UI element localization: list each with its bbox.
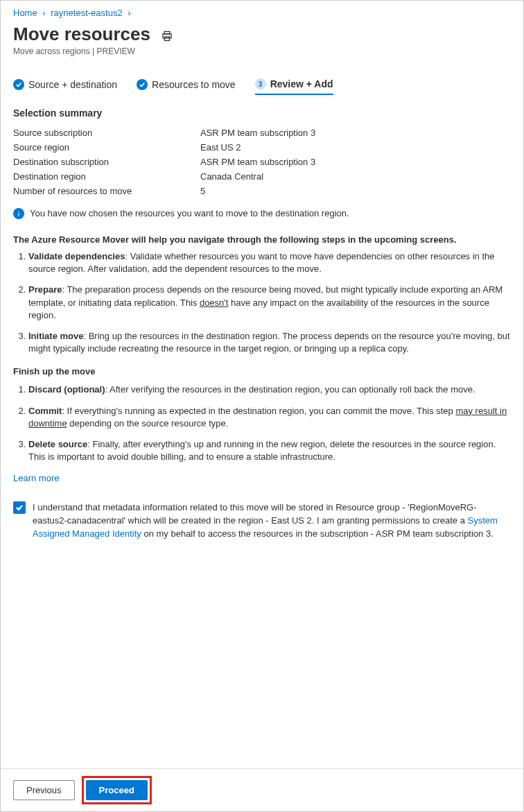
svg-rect-2 <box>164 37 169 41</box>
breadcrumb-resource-group[interactable]: raynetest-eastus2 <box>51 8 122 18</box>
step-source-destination[interactable]: Source + destination <box>13 79 117 94</box>
chevron-right-icon: › <box>42 8 45 18</box>
summary-value: Canada Central <box>200 171 511 182</box>
summary-row: Source region East US 2 <box>13 140 511 155</box>
summary-key: Source region <box>13 142 200 153</box>
svg-rect-1 <box>163 34 171 38</box>
check-icon <box>13 79 24 90</box>
summary-row: Source subscription ASR PM team subscrip… <box>13 126 511 140</box>
list-item: Validate dependencies: Validate whether … <box>28 250 511 275</box>
step-label: Source + destination <box>28 79 117 90</box>
step-label: Review + Add <box>270 78 333 89</box>
page-title: Move resources <box>13 24 150 45</box>
step-label: Resources to move <box>152 79 236 90</box>
learn-more-link[interactable]: Learn more <box>13 473 59 483</box>
summary-value: ASR PM team subscription 3 <box>200 157 511 167</box>
finish-steps-list: Discard (optional): After verifying the … <box>13 383 511 463</box>
summary-row: Destination region Canada Central <box>13 169 511 184</box>
list-item: Delete source: Finally, after everything… <box>28 438 511 463</box>
info-icon: i <box>13 208 24 219</box>
summary-value: 5 <box>200 186 511 196</box>
consent-checkbox[interactable] <box>13 501 26 514</box>
check-icon <box>137 79 148 90</box>
summary-key: Number of resources to move <box>13 186 200 196</box>
breadcrumb-home[interactable]: Home <box>13 8 37 18</box>
list-item: Prepare: The preparation process depends… <box>28 284 511 322</box>
previous-button[interactable]: Previous <box>13 780 75 800</box>
summary-key: Destination region <box>13 171 200 182</box>
wizard-steps: Source + destination Resources to move 3… <box>13 69 511 95</box>
lead-text: The Azure Resource Mover will help you n… <box>13 234 511 245</box>
chevron-right-icon: › <box>128 8 130 18</box>
consent-row: I understand that metadata information r… <box>13 501 511 541</box>
list-item: Commit: If everything's running as expec… <box>28 405 511 430</box>
footer-bar: Previous Proceed <box>1 768 523 811</box>
summary-row: Number of resources to move 5 <box>13 184 511 198</box>
major-steps-list: Validate dependencies: Validate whether … <box>13 250 511 355</box>
summary-value: East US 2 <box>200 142 511 153</box>
summary-row: Destination subscription ASR PM team sub… <box>13 155 511 169</box>
breadcrumb: Home › raynetest-eastus2 › <box>13 5 511 22</box>
step-resources-to-move[interactable]: Resources to move <box>137 79 236 94</box>
list-item: Discard (optional): After verifying the … <box>28 383 511 396</box>
consent-text: I understand that metadata information r… <box>33 501 511 541</box>
summary-key: Source subscription <box>13 128 200 138</box>
summary-key: Destination subscription <box>13 157 200 167</box>
info-message: i You have now chosen the resources you … <box>13 208 511 219</box>
step-number-icon: 3 <box>255 78 266 89</box>
finish-heading: Finish up the move <box>13 366 511 377</box>
selection-summary-heading: Selection summary <box>13 107 511 119</box>
info-text: You have now chosen the resources you wa… <box>30 208 349 218</box>
proceed-button[interactable]: Proceed <box>86 780 148 800</box>
highlight-annotation: Proceed <box>82 776 152 804</box>
summary-value: ASR PM team subscription 3 <box>200 128 511 138</box>
page-subtitle: Move across regions | PREVIEW <box>13 46 511 56</box>
print-icon[interactable] <box>161 31 173 42</box>
step-review-add[interactable]: 3 Review + Add <box>255 78 333 95</box>
list-item: Initiate move: Bring up the resources in… <box>28 330 511 355</box>
